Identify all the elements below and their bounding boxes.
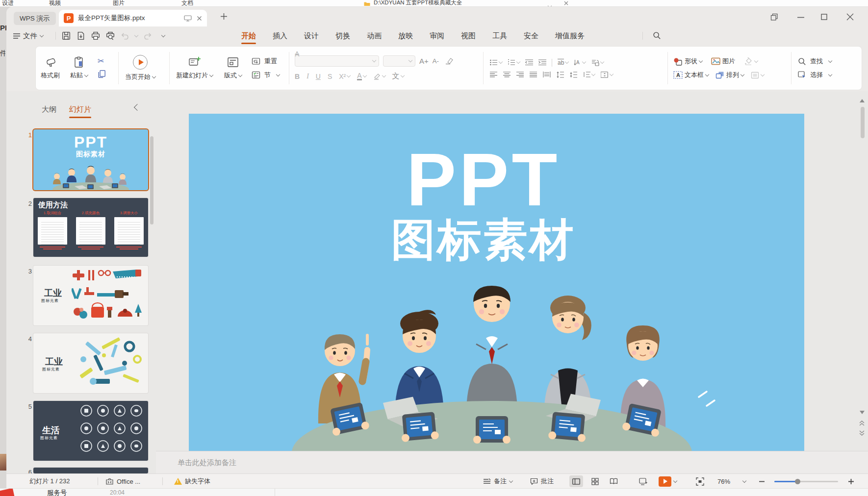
search-icon[interactable]	[653, 31, 661, 40]
office-compat-badge[interactable]: Office ...	[105, 474, 140, 488]
layout-button[interactable]: 版式	[224, 47, 242, 90]
fit-to-window-button[interactable]	[696, 474, 704, 488]
find-button[interactable]: 查找	[798, 57, 832, 66]
zoom-options-icon[interactable]	[743, 474, 746, 488]
section-button[interactable]: 节	[252, 71, 280, 79]
font-color-button[interactable]: A	[357, 73, 366, 80]
maximize-icon[interactable]	[821, 14, 827, 20]
bullets-button[interactable]	[490, 59, 502, 66]
scroll-up-icon[interactable]	[860, 99, 865, 102]
tab-design[interactable]: 设计	[296, 26, 327, 45]
bold-button[interactable]: B	[295, 73, 300, 80]
shapes-button[interactable]: 形状	[673, 57, 702, 66]
textbox-button[interactable]: A文本框	[673, 71, 709, 79]
shadow-button[interactable]: S	[328, 73, 332, 80]
spacing-options-button[interactable]	[583, 72, 595, 77]
app-menu-button[interactable]: WPS 演示	[14, 12, 56, 25]
pinyin-guide-button[interactable]: ab	[558, 59, 568, 66]
share-screen-icon[interactable]	[184, 15, 192, 22]
highlight-button[interactable]	[373, 73, 385, 80]
slide-thumbnail-4[interactable]: 工业 图标元素	[33, 333, 148, 393]
scroll-down-icon[interactable]	[860, 411, 865, 414]
notes-placeholder[interactable]: 单击此处添加备注	[178, 458, 236, 468]
sidebar-scrollbar[interactable]	[150, 136, 153, 224]
canvas-scrollbar[interactable]	[861, 107, 865, 138]
frame-button[interactable]	[751, 72, 764, 79]
underline-button[interactable]: U	[316, 73, 321, 80]
close-tab-icon[interactable]	[197, 16, 202, 21]
align-text-button[interactable]	[601, 72, 613, 78]
close-window-icon[interactable]	[846, 13, 854, 21]
play-options-icon[interactable]	[673, 478, 677, 482]
tab-slideshow[interactable]: 放映	[390, 26, 421, 45]
tab-outline[interactable]: 大纲	[42, 105, 56, 118]
align-left-icon[interactable]	[490, 72, 497, 77]
slideshow-settings-button[interactable]	[639, 474, 648, 488]
zoom-in-button[interactable]	[848, 474, 854, 488]
distribute-icon[interactable]	[543, 72, 551, 77]
tab-transitions[interactable]: 切换	[327, 26, 358, 45]
save-icon[interactable]	[62, 31, 71, 40]
justify-icon[interactable]	[530, 72, 537, 77]
strikethrough-button[interactable]: A	[295, 47, 299, 61]
notes-panel[interactable]: 单击此处添加备注	[156, 451, 868, 473]
slide-subtitle[interactable]: 图标素材	[189, 218, 791, 262]
next-slide-icon[interactable]	[859, 430, 865, 436]
arrange-button[interactable]: 排列	[715, 71, 744, 79]
increase-indent-icon[interactable]	[538, 59, 546, 66]
missing-font-warning[interactable]: 缺失字体	[174, 474, 210, 488]
document-tab[interactable]: P 最全PPT矢量图标.pptx	[59, 10, 207, 26]
minimize-icon[interactable]	[797, 17, 804, 18]
paste-button[interactable]: 粘贴	[70, 47, 88, 90]
zoom-value[interactable]: 76%	[717, 474, 730, 488]
tab-review[interactable]: 审阅	[421, 26, 453, 45]
slide-sorter-view-button[interactable]	[588, 475, 602, 487]
align-right-icon[interactable]	[516, 72, 524, 77]
new-tab-button[interactable]	[220, 13, 228, 20]
customize-toolbar-icon[interactable]	[161, 33, 165, 37]
file-menu[interactable]: 文件	[13, 26, 43, 45]
format-painter-button[interactable]: 格式刷	[41, 47, 60, 90]
undo-icon[interactable]	[121, 32, 129, 40]
align-center-icon[interactable]	[503, 72, 511, 77]
play-slideshow-button[interactable]	[659, 476, 671, 487]
slide-title[interactable]: PPT	[189, 142, 791, 217]
print-icon[interactable]	[91, 31, 100, 40]
normal-view-button[interactable]	[569, 475, 583, 487]
font-name-select[interactable]	[295, 55, 379, 67]
restore-window-icon[interactable]	[770, 13, 778, 21]
font-size-select[interactable]	[383, 55, 415, 67]
tab-home[interactable]: 开始	[233, 26, 264, 45]
grow-font-button[interactable]: A+	[419, 57, 429, 65]
slide-thumbnail-5[interactable]: 生活 图标元素	[33, 401, 148, 461]
zoom-out-button[interactable]	[759, 474, 765, 488]
tab-animation[interactable]: 动画	[358, 26, 390, 45]
tab-tools[interactable]: 工具	[484, 26, 515, 45]
tab-slides[interactable]: 幻灯片	[69, 105, 91, 118]
undo-dropdown-icon[interactable]	[134, 33, 138, 37]
slide-editor[interactable]: PPT 图标素材	[189, 114, 804, 451]
notes-toggle[interactable]: 备注	[483, 474, 512, 488]
picture-button[interactable]: 图片	[711, 57, 735, 66]
paragraph-spacing-icon[interactable]	[570, 72, 577, 78]
copy-icon[interactable]	[98, 70, 106, 78]
slide-thumbnail-1[interactable]: PPT 图标素材	[33, 129, 148, 190]
export-icon[interactable]	[77, 31, 85, 40]
new-slide-button[interactable]: 新建幻灯片	[176, 47, 213, 90]
zoom-slider-knob[interactable]	[795, 479, 800, 484]
line-spacing-icon[interactable]	[557, 72, 564, 78]
clear-format-icon[interactable]	[445, 57, 454, 65]
reset-button[interactable]: 重置	[252, 57, 280, 66]
numbering-button[interactable]	[508, 59, 520, 66]
tab-insert[interactable]: 插入	[264, 26, 296, 45]
select-button[interactable]: 选择	[798, 71, 832, 79]
reading-view-button[interactable]	[607, 475, 620, 487]
slide-thumbnail-6[interactable]	[33, 468, 148, 473]
collapse-panel-icon[interactable]	[134, 104, 141, 111]
superscript-button[interactable]: X²	[339, 73, 350, 80]
slide-thumbnail-3[interactable]: 工业 图标元素	[33, 266, 148, 325]
text-direction-button[interactable]: A	[574, 59, 586, 66]
zoom-slider[interactable]	[774, 474, 838, 488]
convert-smartart-button[interactable]	[591, 59, 604, 66]
play-current-slide-button[interactable]: 当页开始	[125, 47, 155, 90]
